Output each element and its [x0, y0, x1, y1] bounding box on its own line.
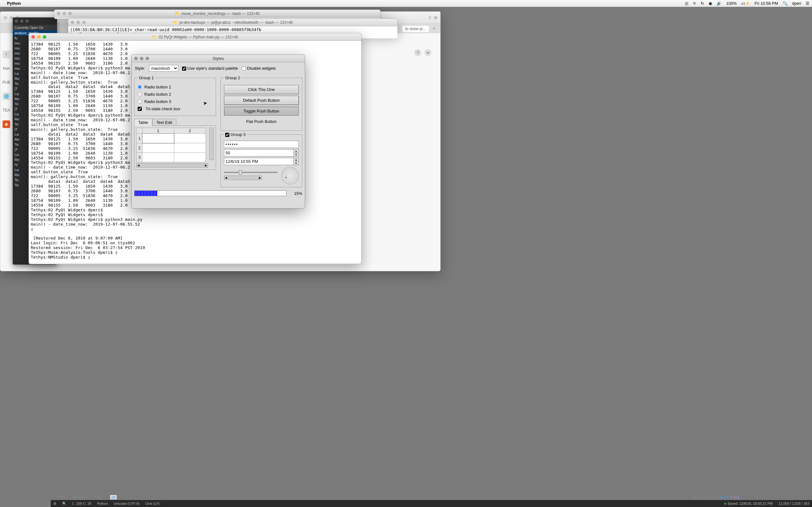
- maximize-icon[interactable]: [43, 35, 46, 39]
- toggle-push-button[interactable]: Toggle Push Button: [224, 107, 299, 116]
- bluetooth-icon[interactable]: ✱: [693, 1, 696, 6]
- battery-text: 100%: [726, 1, 737, 6]
- radio3[interactable]: [138, 100, 142, 104]
- gear-icon[interactable]: ⚙: [53, 502, 56, 506]
- spotlight-icon[interactable]: 🔍: [782, 1, 788, 6]
- globe-icon[interactable]: 🌐: [3, 93, 10, 100]
- radio2[interactable]: [138, 92, 142, 96]
- spin-down-icon[interactable]: ▼: [294, 153, 299, 156]
- battery-icon[interactable]: ▭⚡: [741, 1, 750, 6]
- share-icon[interactable]: ⇧: [428, 15, 432, 20]
- row-header-2[interactable]: 2: [137, 143, 142, 153]
- scroll-left-icon[interactable]: ◀: [224, 176, 228, 179]
- so-user-link[interactable]: MistyD: [719, 496, 729, 499]
- cursor-position[interactable]: L: 109 C: 29: [72, 502, 91, 505]
- col-header-2[interactable]: 2: [174, 128, 206, 134]
- table-cell[interactable]: [174, 153, 206, 162]
- status-icon[interactable]: ◎: [685, 1, 688, 6]
- spin-down-icon[interactable]: ▼: [294, 162, 299, 165]
- table-cell[interactable]: [174, 143, 206, 153]
- timemachine-icon[interactable]: ↻: [701, 1, 704, 6]
- terminal-title: muse_monitor_recordings — -bash — 132×40: [182, 11, 259, 16]
- terminal-window-2[interactable]: 📁 pi-dev-backups — pi@pi-abcs: ~/dev/blu…: [68, 18, 398, 34]
- folder-icon: 📁: [152, 35, 157, 39]
- spinbox-input[interactable]: [224, 150, 293, 156]
- close-icon[interactable]: [134, 57, 138, 60]
- browser-tab[interactable]: to show pl...: [402, 25, 429, 32]
- table-cell[interactable]: [142, 143, 174, 153]
- app-icon[interactable]: f: [3, 51, 10, 58]
- encoding[interactable]: Unicode (UTF-8): [113, 502, 140, 505]
- qt-styles-window[interactable]: Styles Style: macintosh Use style's stan…: [131, 55, 305, 209]
- scrollbar[interactable]: ◀▶: [224, 176, 262, 180]
- progress-bar: [134, 190, 287, 196]
- style-select[interactable]: macintosh: [149, 65, 178, 72]
- flat-push-button[interactable]: Flat Push Button: [224, 117, 299, 126]
- table-widget[interactable]: 12 1 2 3 ◀▶: [134, 125, 216, 170]
- dial[interactable]: [281, 167, 299, 184]
- doc-stats: 12,056 / 1,025 / 353: [778, 502, 809, 505]
- group3-fieldset: Group 3 ▲▼ ▲▼ ◀▶: [220, 132, 302, 187]
- spin-up-icon[interactable]: ▲: [294, 158, 299, 162]
- folder-icon: 📁: [175, 11, 180, 16]
- palette-checkbox-label[interactable]: Use style's standard palette: [182, 66, 238, 71]
- minimize-icon[interactable]: [37, 35, 41, 39]
- spin-up-icon[interactable]: ▲: [294, 150, 299, 153]
- scroll-right-icon[interactable]: ▶: [204, 164, 208, 167]
- dock-fragment: f Hon PUB 🌐 TEA ◉: [3, 51, 11, 128]
- minimize-icon[interactable]: [140, 57, 143, 60]
- search-icon[interactable]: 🔍: [62, 502, 67, 506]
- window-title: Styles: [212, 56, 223, 61]
- terminal-window-1[interactable]: 📁 muse_monitor_recordings — -bash — 132×…: [54, 9, 380, 19]
- sidebar-header: Currently Open Do: [13, 25, 57, 31]
- group2-fieldset: Group 2 Click This One Default Push Butt…: [220, 75, 302, 131]
- radio1[interactable]: [138, 85, 142, 89]
- tab-textedit[interactable]: Text Edit: [152, 119, 176, 126]
- table-cell[interactable]: [174, 134, 206, 143]
- clock[interactable]: Fri 10:56 PM: [755, 1, 778, 6]
- new-tab-icon[interactable]: +: [431, 26, 437, 31]
- table-cell[interactable]: [142, 134, 174, 143]
- radio1-label: Radio button 1: [144, 84, 171, 89]
- language-mode[interactable]: Python: [97, 502, 108, 505]
- palette-checkbox[interactable]: [182, 66, 186, 71]
- disable-checkbox-label[interactable]: Disable widgets: [242, 66, 276, 71]
- default-push-button[interactable]: Default Push Button: [224, 96, 299, 105]
- line-endings[interactable]: Unix (LF): [145, 502, 159, 505]
- datetime-input[interactable]: [224, 158, 293, 165]
- menu-icon[interactable]: ☰: [806, 1, 809, 6]
- col-header-1[interactable]: 1: [142, 128, 174, 134]
- group3-checkbox[interactable]: [225, 133, 229, 137]
- tabs-icon[interactable]: ⧉: [434, 15, 437, 20]
- wifi-icon[interactable]: ◉: [709, 1, 712, 6]
- group3-legend[interactable]: Group 3: [224, 132, 247, 137]
- close-icon[interactable]: [32, 35, 35, 39]
- ubuntu-icon[interactable]: ◉: [3, 120, 10, 128]
- user-name[interactable]: dperi: [792, 1, 801, 6]
- scroll-right-icon[interactable]: ▶: [258, 176, 262, 179]
- maximize-icon[interactable]: [146, 57, 149, 60]
- horizontal-scrollbar[interactable]: ◀▶: [136, 163, 208, 168]
- slider[interactable]: [224, 172, 277, 173]
- so-user-rep: 9,653: [730, 496, 739, 499]
- tristate-checkbox[interactable]: [138, 107, 142, 111]
- datetime-edit[interactable]: ▲▼: [224, 158, 299, 165]
- disable-checkbox[interactable]: [242, 66, 246, 71]
- tab-table[interactable]: Table: [134, 119, 152, 126]
- terminal-title: 02 PyQt Widgets — Python main.py — 132×4…: [159, 35, 238, 39]
- vertical-scrollbar[interactable]: [209, 128, 214, 160]
- help-icon[interactable]: ?: [414, 49, 421, 56]
- slider-thumb[interactable]: [239, 170, 242, 175]
- row-header-1[interactable]: 1: [137, 134, 142, 143]
- so-tag[interactable]: c#: [110, 495, 117, 499]
- click-this-button[interactable]: Click This One: [224, 85, 299, 94]
- row-header-3[interactable]: 3: [137, 153, 142, 162]
- scroll-left-icon[interactable]: ◀: [137, 164, 140, 167]
- password-field[interactable]: [224, 141, 299, 148]
- spinbox[interactable]: ▲▼: [224, 149, 299, 157]
- table-cell[interactable]: [142, 153, 174, 162]
- menu-lines-icon[interactable]: ≡: [424, 49, 432, 56]
- volume-icon[interactable]: 🔊: [716, 1, 722, 6]
- app-name[interactable]: Python: [7, 1, 21, 6]
- macos-menubar: Python ◎ ✱ ↻ ◉ 🔊 100% ▭⚡ Fri 10:56 PM 🔍 …: [0, 0, 812, 7]
